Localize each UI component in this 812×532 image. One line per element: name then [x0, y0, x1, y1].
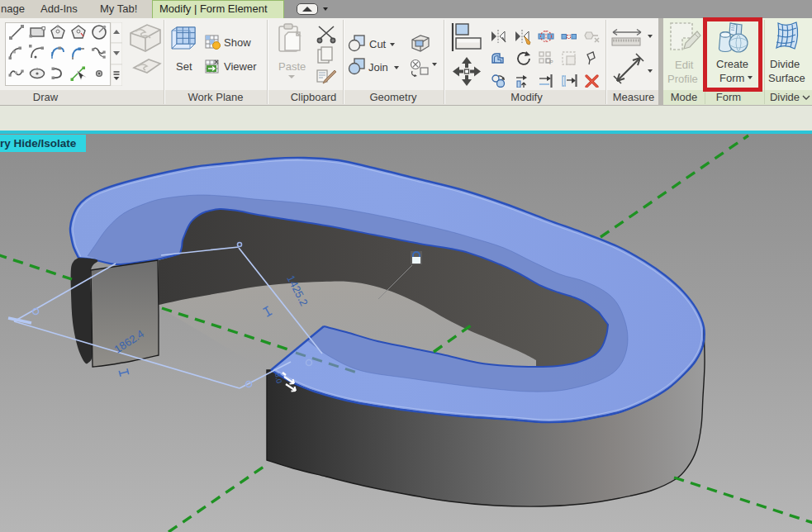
svg-text:P: P — [549, 59, 553, 65]
svg-text:8.0: 8.0 — [273, 373, 283, 384]
